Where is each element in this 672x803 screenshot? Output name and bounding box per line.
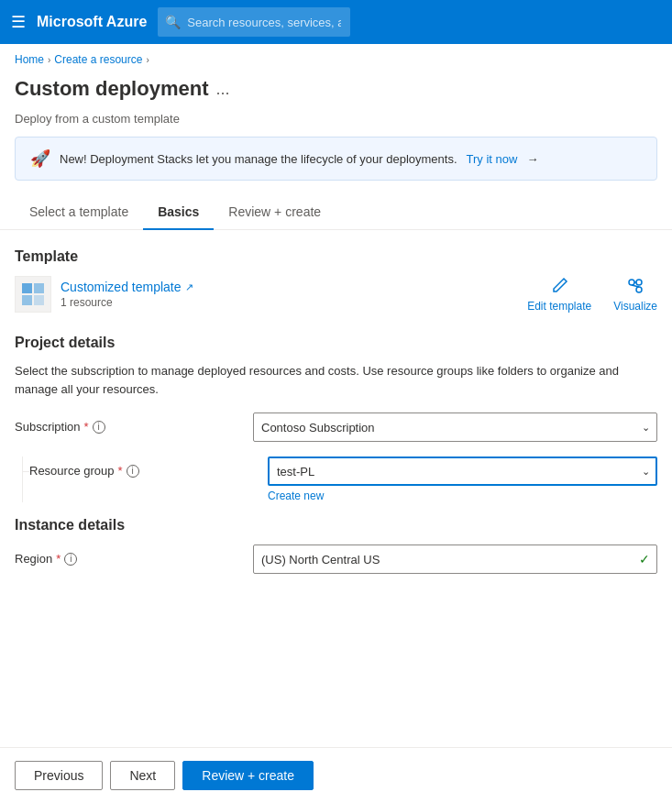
top-navigation: ☰ Microsoft Azure 🔍 — [0, 0, 672, 44]
create-new-link[interactable]: Create new — [268, 490, 657, 502]
svg-point-5 — [636, 287, 642, 292]
subscription-info-icon[interactable]: i — [93, 421, 105, 434]
resource-group-label: Resource group — [29, 464, 115, 478]
page-header: Custom deployment ... — [0, 72, 672, 112]
subscription-control: Contoso Subscription ⌄ — [253, 412, 657, 442]
external-link-icon: ↗ — [185, 281, 193, 293]
edit-template-button[interactable]: Edit template — [527, 276, 591, 313]
banner-try-now-link[interactable]: Try it now — [467, 152, 518, 166]
svg-rect-2 — [22, 295, 32, 305]
visualize-button[interactable]: Visualize — [613, 276, 657, 313]
subscription-label-wrap: Subscription * i — [15, 412, 253, 434]
region-row: Region * i (US) North Central US ✓ — [15, 544, 657, 574]
template-section-title: Template — [15, 248, 657, 265]
search-wrapper: 🔍 — [158, 7, 506, 37]
page-subtitle: Deploy from a custom template — [0, 112, 672, 137]
breadcrumb: Home › Create a resource › — [0, 44, 672, 72]
resource-group-select-wrapper: test-PL ⌄ — [268, 456, 657, 486]
indent-corner — [22, 471, 29, 472]
svg-point-4 — [629, 280, 634, 285]
region-select[interactable]: (US) North Central US — [253, 544, 657, 574]
search-icon: 🔍 — [165, 15, 181, 29]
hamburger-menu-icon[interactable]: ☰ — [11, 12, 26, 32]
subscription-label: Subscription — [15, 420, 81, 434]
template-info: Customized template ↗ 1 resource — [15, 276, 193, 313]
deployment-stacks-banner: 🚀 New! Deployment Stacks let you manage … — [15, 137, 657, 181]
app-title: Microsoft Azure — [37, 14, 147, 30]
svg-rect-1 — [34, 283, 44, 293]
subscription-select[interactable]: Contoso Subscription — [253, 412, 657, 442]
region-control: (US) North Central US ✓ — [253, 544, 657, 574]
svg-rect-0 — [22, 283, 32, 293]
breadcrumb-sep-2: › — [146, 55, 149, 65]
main-content: Template Customized template ↗ 1 reso — [0, 230, 672, 607]
template-actions: Edit template Visualize — [527, 276, 657, 313]
template-text: Customized template ↗ 1 resource — [61, 280, 193, 309]
customized-template-link[interactable]: Customized template ↗ — [61, 280, 193, 294]
region-info-icon[interactable]: i — [64, 553, 77, 566]
resource-group-control: test-PL ⌄ Create new — [268, 456, 657, 502]
edit-icon — [549, 276, 569, 296]
region-select-wrapper: (US) North Central US ✓ — [253, 544, 657, 574]
breadcrumb-sep-1: › — [48, 55, 50, 65]
project-details-desc: Select the subscription to manage deploy… — [15, 362, 657, 398]
breadcrumb-home[interactable]: Home — [15, 53, 44, 66]
banner-arrow-icon: → — [526, 152, 538, 166]
banner-text: New! Deployment Stacks let you manage th… — [60, 152, 457, 166]
rocket-icon: 🚀 — [30, 148, 50, 169]
indent-line — [22, 456, 23, 502]
template-box: Customized template ↗ 1 resource Edit te… — [15, 276, 657, 313]
resource-group-label-wrap: Resource group * i — [29, 456, 268, 478]
subscription-row: Subscription * i Contoso Subscription ⌄ — [15, 412, 657, 442]
template-grid-icon — [20, 281, 46, 307]
region-required-marker: * — [56, 552, 61, 566]
tabs-bar: Select a template Basics Review + create — [0, 195, 672, 230]
more-options-button[interactable]: ... — [215, 80, 229, 99]
search-input[interactable] — [158, 7, 350, 37]
tab-basics[interactable]: Basics — [143, 195, 214, 230]
resource-group-info-icon[interactable]: i — [127, 465, 139, 478]
subscription-select-wrapper: Contoso Subscription ⌄ — [253, 412, 657, 442]
visualize-icon — [625, 276, 645, 296]
region-label-wrap: Region * i — [15, 544, 253, 566]
svg-point-6 — [636, 280, 642, 285]
project-details-title: Project details — [15, 335, 657, 351]
tab-select-template[interactable]: Select a template — [15, 195, 143, 230]
breadcrumb-create-resource[interactable]: Create a resource — [54, 53, 142, 66]
page-title: Custom deployment — [15, 77, 208, 101]
region-label: Region — [15, 552, 52, 566]
subscription-required-marker: * — [84, 420, 89, 434]
resource-group-select[interactable]: test-PL — [268, 456, 657, 486]
template-icon — [15, 276, 51, 313]
resource-group-required-marker: * — [118, 464, 123, 478]
tab-review-create[interactable]: Review + create — [214, 195, 336, 230]
resource-group-row: Resource group * i test-PL ⌄ Create new — [15, 456, 657, 502]
template-sub-text: 1 resource — [61, 296, 193, 309]
svg-rect-3 — [34, 295, 44, 305]
instance-details-title: Instance details — [15, 517, 657, 534]
